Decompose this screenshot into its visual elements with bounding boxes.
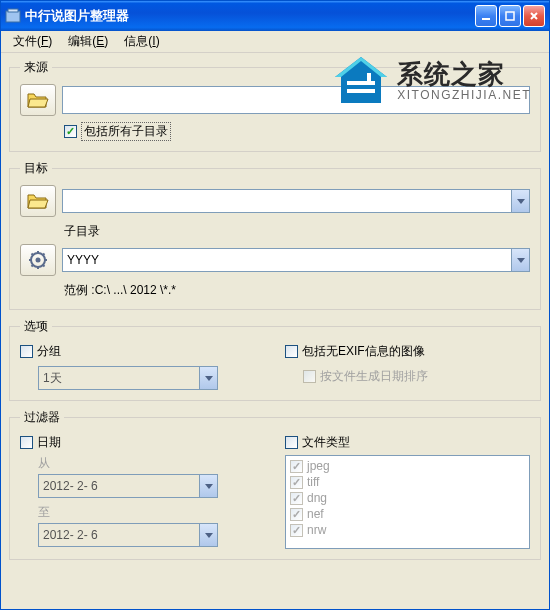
filetype-item[interactable]: tiff bbox=[288, 474, 527, 490]
date-from-combo bbox=[38, 474, 218, 498]
include-subdirs-checkbox[interactable] bbox=[64, 125, 77, 138]
group-value-combo bbox=[38, 366, 218, 390]
svg-rect-2 bbox=[482, 18, 490, 20]
date-filter-checkbox[interactable] bbox=[20, 436, 33, 449]
dropdown-icon[interactable] bbox=[511, 190, 529, 212]
to-label: 至 bbox=[38, 504, 265, 521]
filetype-item[interactable]: jpeg bbox=[288, 458, 527, 474]
date-filter-label: 日期 bbox=[37, 434, 61, 451]
options-group: 选项 分组 包括无EXIF信息的图像 bbox=[9, 318, 541, 401]
filetype-checkbox bbox=[290, 476, 303, 489]
subdir-settings-button[interactable] bbox=[20, 244, 56, 276]
window-title: 中行说图片整理器 bbox=[25, 7, 475, 25]
source-path-input[interactable] bbox=[62, 86, 530, 114]
browse-source-button[interactable] bbox=[20, 84, 56, 116]
filetype-item[interactable]: nrw bbox=[288, 522, 527, 538]
folder-open-icon bbox=[27, 191, 49, 211]
menu-info[interactable]: 信息(I) bbox=[116, 31, 167, 52]
filetype-list[interactable]: jpegtiffdngnefnrw bbox=[285, 455, 530, 549]
dropdown-icon[interactable] bbox=[511, 249, 529, 271]
svg-line-13 bbox=[32, 254, 34, 256]
filetype-item[interactable]: dng bbox=[288, 490, 527, 506]
group-checkbox[interactable] bbox=[20, 345, 33, 358]
folder-open-icon bbox=[27, 90, 49, 110]
group-value-input bbox=[39, 367, 199, 389]
filetype-name: nef bbox=[307, 507, 324, 521]
filter-legend: 过滤器 bbox=[20, 409, 64, 426]
browse-target-button[interactable] bbox=[20, 185, 56, 217]
filetype-name: tiff bbox=[307, 475, 319, 489]
svg-point-8 bbox=[36, 258, 41, 263]
filetype-name: jpeg bbox=[307, 459, 330, 473]
filetype-checkbox bbox=[290, 508, 303, 521]
target-legend: 目标 bbox=[20, 160, 52, 177]
svg-line-15 bbox=[43, 254, 45, 256]
target-path-combo[interactable] bbox=[62, 189, 530, 213]
svg-rect-3 bbox=[506, 12, 514, 20]
filetype-checkbox bbox=[290, 460, 303, 473]
menu-edit[interactable]: 编辑(E) bbox=[60, 31, 116, 52]
include-noexif-label: 包括无EXIF信息的图像 bbox=[302, 343, 425, 360]
maximize-button[interactable] bbox=[499, 5, 521, 27]
group-label: 分组 bbox=[37, 343, 61, 360]
date-from-input bbox=[39, 475, 199, 497]
close-button[interactable] bbox=[523, 5, 545, 27]
subdir-pattern-combo[interactable] bbox=[62, 248, 530, 272]
filetype-item[interactable]: nef bbox=[288, 506, 527, 522]
filetype-filter-label: 文件类型 bbox=[302, 434, 350, 451]
dropdown-icon bbox=[199, 524, 217, 546]
filetype-checkbox bbox=[290, 524, 303, 537]
dropdown-icon bbox=[199, 367, 217, 389]
example-text: 范例 :C:\ ...\ 2012 \*.* bbox=[64, 282, 530, 299]
dropdown-icon bbox=[199, 475, 217, 497]
gear-icon bbox=[27, 250, 49, 270]
subdir-label: 子目录 bbox=[64, 223, 530, 240]
date-to-input bbox=[39, 524, 199, 546]
filter-group: 过滤器 日期 从 至 bbox=[9, 409, 541, 560]
target-path-input[interactable] bbox=[63, 190, 511, 212]
menu-file[interactable]: 文件(F) bbox=[5, 31, 60, 52]
svg-line-16 bbox=[32, 265, 34, 267]
filetype-name: dng bbox=[307, 491, 327, 505]
source-legend: 来源 bbox=[20, 59, 52, 76]
from-label: 从 bbox=[38, 455, 265, 472]
sort-by-date-label: 按文件生成日期排序 bbox=[320, 368, 428, 385]
target-group: 目标 子目录 bbox=[9, 160, 541, 310]
menubar: 文件(F) 编辑(E) 信息(I) bbox=[1, 31, 549, 53]
source-group: 来源 包括所有子目录 bbox=[9, 59, 541, 152]
svg-rect-0 bbox=[6, 11, 20, 22]
date-to-combo bbox=[38, 523, 218, 547]
svg-rect-1 bbox=[8, 9, 18, 12]
svg-line-14 bbox=[43, 265, 45, 267]
titlebar: 中行说图片整理器 bbox=[1, 1, 549, 31]
filetype-filter-checkbox[interactable] bbox=[285, 436, 298, 449]
options-legend: 选项 bbox=[20, 318, 52, 335]
minimize-button[interactable] bbox=[475, 5, 497, 27]
app-icon bbox=[5, 8, 21, 24]
filetype-checkbox bbox=[290, 492, 303, 505]
include-subdirs-label: 包括所有子目录 bbox=[81, 122, 171, 141]
sort-by-date-checkbox bbox=[303, 370, 316, 383]
subdir-pattern-input[interactable] bbox=[63, 249, 511, 271]
filetype-name: nrw bbox=[307, 523, 326, 537]
include-noexif-checkbox[interactable] bbox=[285, 345, 298, 358]
